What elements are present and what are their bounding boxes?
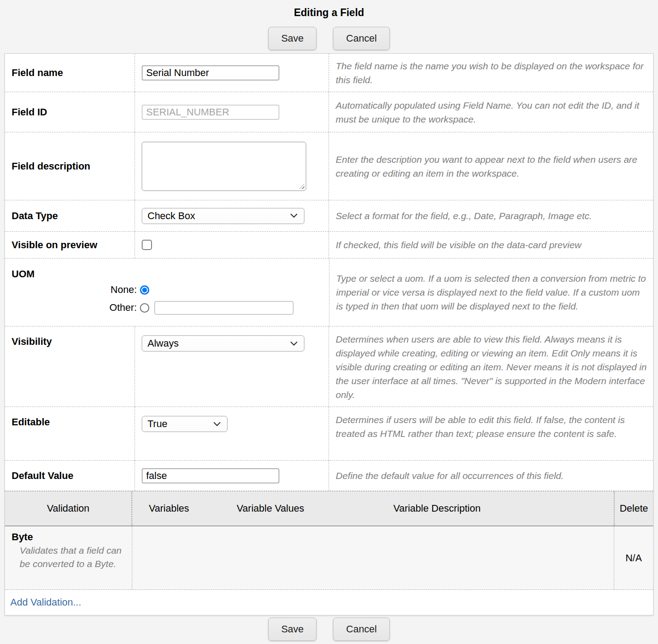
field-description-textarea[interactable] bbox=[142, 142, 306, 191]
visibility-description: Determines when users are able to view t… bbox=[336, 332, 649, 402]
row-field-name: Field name The field name is the name yo… bbox=[5, 54, 653, 92]
row-visibility: Visibility Always Determines when users … bbox=[5, 326, 653, 407]
uom-other-input[interactable] bbox=[154, 301, 294, 315]
save-button-top[interactable]: Save bbox=[268, 27, 316, 50]
top-action-bar: Save Cancel bbox=[0, 27, 658, 50]
field-id-description: Automatically populated using Field Name… bbox=[336, 98, 649, 126]
row-field-id: Field ID Automatically populated using F… bbox=[5, 92, 653, 132]
visible-on-preview-description: If checked, this field will be visible o… bbox=[336, 238, 582, 252]
visibility-label: Visibility bbox=[5, 326, 135, 407]
page-title: Editing a Field bbox=[0, 0, 658, 21]
variable-description-column-header: Variable Description bbox=[335, 491, 539, 525]
validation-column-header: Validation bbox=[5, 491, 132, 525]
field-name-input[interactable] bbox=[142, 65, 279, 80]
uom-other-radio[interactable] bbox=[140, 303, 149, 313]
data-type-select[interactable]: Check Box bbox=[142, 208, 304, 224]
row-editable: Editable True Determines if users will b… bbox=[5, 407, 653, 461]
validation-variables-cell bbox=[132, 526, 614, 589]
validation-description: Validates that a field can be converted … bbox=[12, 544, 127, 571]
default-value-label: Default Value bbox=[5, 461, 135, 491]
editable-label: Editable bbox=[5, 407, 135, 460]
data-type-label: Data Type bbox=[5, 200, 135, 231]
visible-on-preview-checkbox[interactable] bbox=[142, 240, 152, 250]
chevron-down-icon bbox=[290, 213, 298, 218]
row-uom: UOM None: Other: Type or select a uom. I… bbox=[5, 258, 653, 326]
uom-other-option: Other: bbox=[5, 299, 329, 317]
visible-on-preview-label: Visible on preview bbox=[5, 232, 135, 258]
chevron-down-icon bbox=[290, 341, 298, 346]
default-value-description: Define the default value for all occurre… bbox=[336, 469, 564, 483]
delete-column-header: Delete bbox=[614, 491, 653, 525]
editable-description: Determines if users will be able to edit… bbox=[336, 413, 649, 441]
validation-name: Byte bbox=[12, 530, 132, 544]
row-data-type: Data Type Check Box Select a format for … bbox=[5, 200, 653, 232]
cancel-button-bottom[interactable]: Cancel bbox=[333, 618, 389, 641]
validation-delete-cell: N/A bbox=[614, 526, 653, 589]
visibility-selected-value: Always bbox=[148, 338, 179, 349]
field-edit-form: Field name The field name is the name yo… bbox=[4, 53, 654, 615]
save-button-bottom[interactable]: Save bbox=[268, 618, 316, 641]
uom-label: UOM bbox=[12, 268, 34, 280]
field-name-label: Field name bbox=[5, 54, 135, 92]
row-field-description: Field description Enter the description … bbox=[5, 132, 653, 200]
field-name-description: The field name is the name you wish to b… bbox=[336, 59, 649, 87]
uom-none-option: None: bbox=[5, 281, 329, 299]
cancel-button-top[interactable]: Cancel bbox=[333, 27, 389, 50]
default-value-input[interactable] bbox=[142, 468, 279, 483]
uom-other-label: Other: bbox=[5, 302, 137, 314]
chevron-down-icon bbox=[213, 422, 221, 427]
validation-table-header: Validation Variables Variable Values Var… bbox=[5, 491, 653, 526]
data-type-selected-value: Check Box bbox=[148, 210, 195, 222]
data-type-description: Select a format for the field, e.g., Dat… bbox=[336, 209, 592, 223]
visibility-select[interactable]: Always bbox=[142, 335, 304, 352]
variables-column-header: Variables bbox=[132, 491, 206, 525]
resize-handle-icon[interactable] bbox=[299, 184, 304, 189]
add-validation-row: Add Validation... bbox=[5, 590, 653, 615]
uom-none-radio[interactable] bbox=[140, 285, 149, 295]
uom-none-label: None: bbox=[5, 284, 137, 296]
bottom-action-bar: Save Cancel bbox=[0, 618, 658, 641]
field-description-label: Field description bbox=[5, 132, 135, 200]
field-id-label: Field ID bbox=[5, 92, 135, 132]
uom-control-area: UOM None: Other: bbox=[5, 258, 329, 326]
validation-row-byte: Byte Validates that a field can be conve… bbox=[5, 526, 653, 590]
editable-select[interactable]: True bbox=[142, 416, 228, 432]
field-id-input bbox=[142, 105, 279, 120]
row-visible-on-preview: Visible on preview If checked, this fiel… bbox=[5, 232, 653, 258]
add-validation-link[interactable]: Add Validation... bbox=[5, 597, 81, 608]
editable-selected-value: True bbox=[148, 418, 167, 430]
field-description-description: Enter the description you want to appear… bbox=[336, 153, 649, 180]
uom-description: Type or select a uom. If a uom is select… bbox=[336, 271, 649, 313]
variable-values-column-header: Variable Values bbox=[206, 491, 335, 525]
row-default-value: Default Value Define the default value f… bbox=[5, 461, 653, 491]
